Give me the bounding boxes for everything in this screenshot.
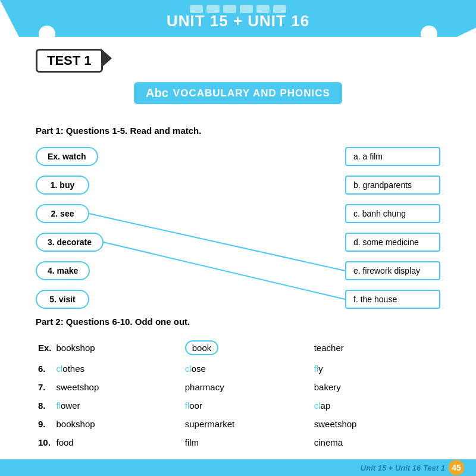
left-item-3: 3. decorate (36, 233, 104, 252)
left-item-2: 2. see (36, 204, 89, 223)
bus-windows (190, 5, 286, 13)
table-row: 6. clothes close fly (36, 359, 440, 378)
right-item-f: f. the house (345, 290, 440, 309)
page-number: 45 (449, 460, 464, 475)
bus-window (223, 5, 236, 13)
row-num: 7. (36, 378, 54, 396)
col3-cell: teacher (312, 336, 440, 359)
col2-cell: close (183, 359, 312, 378)
row-num: 6. (36, 359, 54, 378)
left-item-4: 4. make (36, 261, 90, 280)
section-header: Abc VOCABULARY AND PHONICS (134, 82, 342, 104)
test-label: TEST 1 (47, 53, 92, 68)
col3-cell: fly (312, 359, 440, 378)
table-row: 9. bookshop supermarket sweetshop (36, 415, 440, 433)
col2-cell: floor (183, 396, 312, 415)
circled-word: book (185, 340, 219, 355)
left-item-ex: Ex. watch (36, 147, 98, 166)
col2-cell: pharmacy (183, 378, 312, 396)
matching-section: Ex. watch 1. buy 2. see 3. decorate 4. m… (36, 145, 440, 300)
col1-cell: sweetshop (54, 378, 183, 396)
table-row: 8. flower floor clap (36, 396, 440, 415)
header-bus: UNIT 15 + UNIT 16 (0, 0, 476, 37)
col2-cell: supermarket (183, 415, 312, 433)
table-row: 10. food film cinema (36, 433, 440, 452)
table-row: Ex. bookshop book teacher (36, 336, 440, 359)
bus-window (273, 5, 286, 13)
col3-cell: clap (312, 396, 440, 415)
right-item-d: d. some medicine (345, 233, 440, 252)
right-column: a. a film b. grandparents c. banh chung … (321, 145, 440, 311)
abc-icon: Abc (146, 86, 168, 100)
col1-cell: bookshop (54, 336, 183, 359)
main-content: TEST 1 Abc VOCABULARY AND PHONICS Part 1… (0, 37, 476, 458)
bus-window (240, 5, 253, 13)
col3-cell: sweetshop (312, 415, 440, 433)
row-num: 10. (36, 433, 54, 452)
col1-cell: flower (54, 396, 183, 415)
table-row: 7. sweetshop pharmacy bakery (36, 378, 440, 396)
right-item-c: c. banh chung (345, 204, 440, 223)
left-item-5: 5. visit (36, 290, 89, 309)
footer-text: Unit 15 + Unit 16 Test 1 (361, 464, 445, 472)
col3-cell: cinema (312, 433, 440, 452)
row-num: 9. (36, 415, 54, 433)
left-column: Ex. watch 1. buy 2. see 3. decorate 4. m… (36, 145, 155, 311)
bus-window (190, 5, 203, 13)
col2-cell: film (183, 433, 312, 452)
col3-cell: bakery (312, 378, 440, 396)
col1-cell: food (54, 433, 183, 452)
bus-window (256, 5, 270, 13)
left-item-1: 1. buy (36, 176, 89, 195)
header-title: UNIT 15 + UNIT 16 (167, 12, 309, 30)
right-item-b: b. grandparents (345, 176, 440, 195)
row-num: Ex. (36, 336, 54, 359)
test-badge: TEST 1 (36, 49, 103, 73)
part2-label: Part 2: Questions 6-10. Odd one out. (36, 317, 440, 327)
section-title: VOCABULARY AND PHONICS (173, 87, 330, 99)
part1-label: Part 1: Questions 1-5. Read and match. (36, 126, 440, 136)
row-num: 8. (36, 396, 54, 415)
col2-cell: book (183, 336, 312, 359)
right-item-a: a. a film (345, 147, 440, 166)
bus-window (206, 5, 220, 13)
col1-cell: clothes (54, 359, 183, 378)
footer: Unit 15 + Unit 16 Test 1 45 (0, 459, 476, 476)
col1-cell: bookshop (54, 415, 183, 433)
right-item-e: e. firework display (345, 261, 440, 280)
part2-table: Ex. bookshop book teacher 6. clothes clo… (36, 336, 440, 452)
